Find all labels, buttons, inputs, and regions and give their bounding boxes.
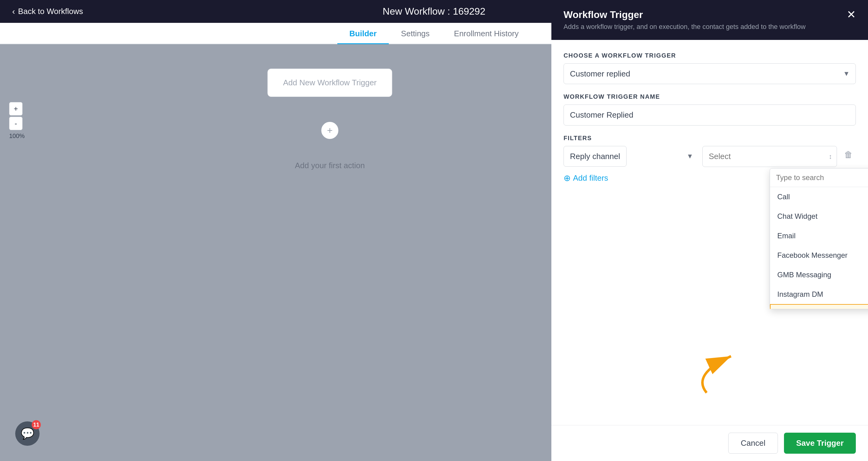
trigger-node-text: Add New Workflow Trigger (283, 78, 377, 87)
filters-row: Reply channel ▼ ↕ Call Chat Widget Email… (563, 146, 856, 167)
dropdown-item-gmb[interactable]: GMB Messaging (770, 265, 868, 285)
workflow-trigger-panel: Workflow Trigger Adds a workflow trigger… (551, 0, 868, 461)
dropdown-list: Call Chat Widget Email Facebook Messenge… (770, 187, 868, 309)
zoom-level: 100% (9, 133, 25, 140)
filter-value-input[interactable] (702, 146, 837, 167)
zoom-in-button[interactable]: + (9, 102, 23, 115)
cancel-button[interactable]: Cancel (728, 433, 778, 454)
dropdown-item-chat-widget[interactable]: Chat Widget (770, 207, 868, 226)
dropdown-item-facebook[interactable]: Facebook Messenger (770, 246, 868, 265)
panel-body: CHOOSE A WORKFLOW TRIGGER Customer repli… (551, 40, 868, 425)
dropdown-search-input[interactable] (770, 169, 868, 187)
trigger-node: Add New Workflow Trigger (268, 68, 392, 97)
trigger-select-wrapper: Customer replied ▼ (563, 63, 856, 84)
filter-delete-button[interactable]: 🗑 (841, 147, 856, 163)
add-action-text: Add your first action (268, 161, 392, 170)
filter-field-chevron-icon: ▼ (686, 152, 693, 160)
dropdown-item-email[interactable]: Email (770, 226, 868, 246)
chat-badge[interactable]: 💬 11 (15, 422, 39, 446)
filter-field-select[interactable]: Reply channel (563, 146, 626, 167)
filter-value-wrapper: ↕ Call Chat Widget Email Facebook Messen… (702, 146, 837, 167)
zoom-controls: + - 100% (9, 102, 25, 140)
tab-settings[interactable]: Settings (389, 24, 442, 44)
dropdown-item-call[interactable]: Call (770, 187, 868, 207)
trigger-select[interactable]: Customer replied (563, 63, 856, 84)
close-panel-button[interactable]: ✕ (847, 9, 856, 20)
dropdown-item-sms[interactable]: SMS (770, 304, 868, 309)
chat-badge-count: 11 (32, 420, 41, 429)
panel-header: Workflow Trigger Adds a workflow trigger… (551, 0, 868, 40)
filter-field-wrapper: Reply channel ▼ (563, 146, 698, 167)
filter-sort-icon: ↕ (829, 153, 832, 161)
chat-icon: 💬 (21, 427, 34, 440)
back-label: Back to Workflows (18, 7, 83, 16)
filters-label: FILTERS (563, 135, 856, 142)
node-connector (330, 97, 330, 115)
node-connector-2 (330, 140, 330, 158)
arrow-annotation (682, 338, 774, 405)
save-trigger-button[interactable]: Save Trigger (784, 433, 856, 454)
back-to-workflows-button[interactable]: ‹ Back to Workflows (12, 7, 83, 17)
back-arrow-icon: ‹ (12, 7, 15, 17)
panel-subtitle: Adds a workflow trigger, and on executio… (563, 23, 806, 31)
trigger-name-label: WORKFLOW TRIGGER NAME (563, 93, 856, 100)
tab-enrollment[interactable]: Enrollment History (442, 24, 531, 44)
dropdown-item-instagram[interactable]: Instagram DM (770, 285, 868, 304)
add-filters-plus-icon: ⊕ (563, 173, 570, 183)
panel-title: Workflow Trigger (563, 9, 806, 21)
tab-builder[interactable]: Builder (337, 24, 389, 44)
workflow-title: New Workflow : 169292 (383, 6, 485, 17)
add-filters-label: Add filters (573, 173, 608, 183)
trigger-name-input[interactable] (563, 105, 856, 125)
add-trigger-button[interactable]: + (320, 121, 339, 140)
zoom-out-button[interactable]: - (9, 117, 23, 130)
filter-dropdown: Call Chat Widget Email Facebook Messenge… (770, 168, 868, 309)
panel-footer: Cancel Save Trigger (551, 425, 868, 461)
choose-trigger-label: CHOOSE A WORKFLOW TRIGGER (563, 52, 856, 59)
add-filters-button[interactable]: ⊕ Add filters (563, 173, 608, 183)
